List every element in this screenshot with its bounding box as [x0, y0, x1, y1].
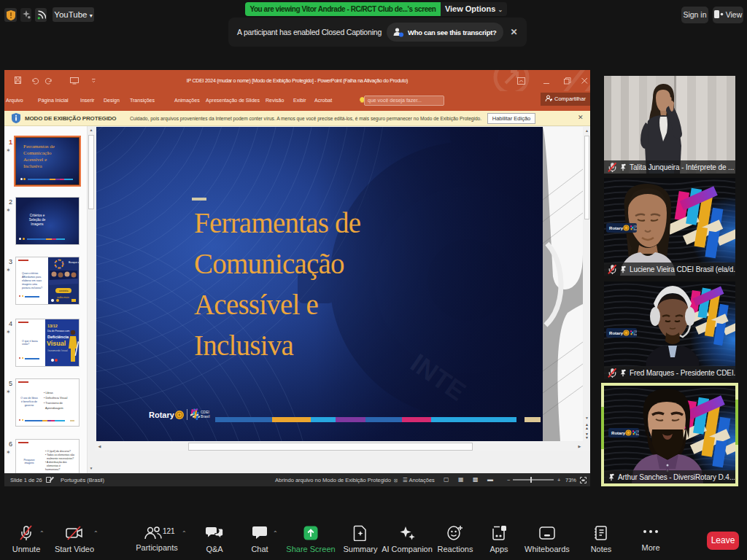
svg-text:Deficiência: Deficiência: [47, 335, 69, 339]
svg-text:Dia de Pessoas com: Dia de Pessoas com: [47, 330, 69, 332]
svg-text:121: 121: [163, 527, 175, 535]
svg-text:saiba mais: saiba mais: [57, 296, 69, 299]
svg-text:13/12: 13/12: [47, 324, 58, 328]
svg-text:Visual: Visual: [47, 340, 66, 347]
svg-text:assista: assista: [59, 289, 69, 292]
svg-text:#eunomundo #visual: #eunomundo #visual: [47, 349, 68, 352]
svg-text:Busque o CDEI: Busque o CDEI: [69, 261, 79, 264]
